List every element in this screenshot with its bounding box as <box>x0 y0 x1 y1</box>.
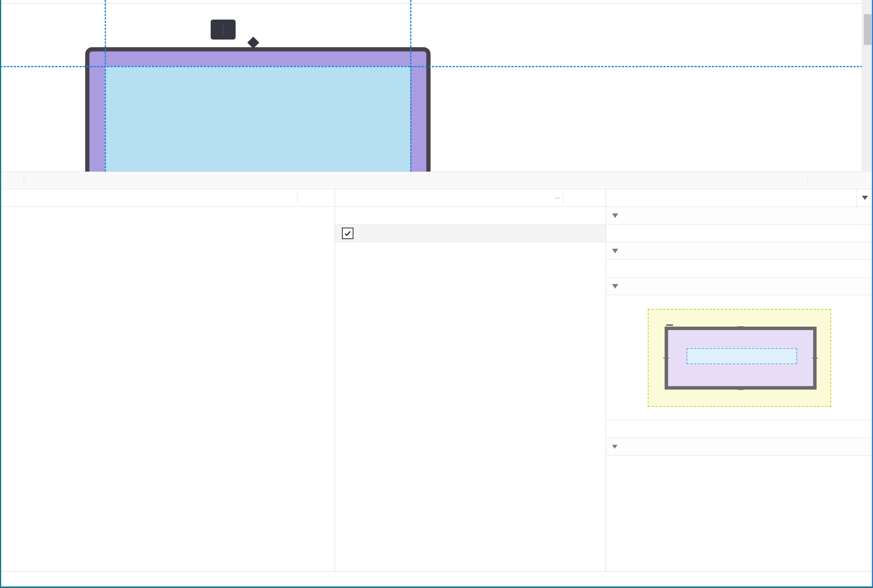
eyedropper-icon[interactable] <box>318 190 335 206</box>
filter-styles-bar[interactable] <box>335 189 606 207</box>
close-devtools-icon[interactable] <box>851 173 868 188</box>
meatball-menu-icon[interactable] <box>831 173 848 188</box>
inspector-guide-horizontal <box>0 66 873 67</box>
window-border-bottom <box>0 586 873 588</box>
sidebar-tabs <box>626 189 856 206</box>
box-model-properties-header[interactable] <box>606 438 873 456</box>
layout-pane <box>606 189 873 571</box>
pick-element-button[interactable] <box>0 172 24 189</box>
box-model-content-box[interactable] <box>687 348 797 364</box>
firefox-devtools-window <box>0 0 873 588</box>
page-viewport <box>0 0 873 172</box>
box1-content-highlight <box>105 66 410 172</box>
twisty-open-icon <box>612 284 618 289</box>
border-bottom-value[interactable] <box>738 389 744 390</box>
all-tabs-menu-button[interactable] <box>856 189 873 206</box>
toggle-classes-button[interactable] <box>554 197 561 199</box>
toolbar-separator <box>807 175 808 186</box>
rules-list <box>335 207 606 242</box>
box-model-section-header[interactable] <box>606 277 873 295</box>
twisty-open-icon <box>612 249 618 253</box>
page-scrollbar[interactable] <box>862 0 873 171</box>
grid-section-header[interactable] <box>606 242 873 260</box>
box-model-properties-list <box>606 456 873 458</box>
search-html-bar[interactable] <box>0 189 335 207</box>
box-model-diagram-wrap <box>606 295 873 420</box>
inspector-guide-vertical-right <box>410 0 411 172</box>
twisty-open-icon <box>612 445 617 449</box>
add-rule-icon[interactable] <box>566 190 583 206</box>
inspector-panes <box>0 189 873 571</box>
inspector-guide-vertical-left <box>105 0 106 172</box>
scroll-down-icon[interactable] <box>863 157 872 166</box>
node-infobar-arrow <box>247 36 259 48</box>
toggle-pseudo-classes-button[interactable] <box>546 197 552 199</box>
border-top-value[interactable] <box>738 326 744 327</box>
scroll-up-icon[interactable] <box>863 3 872 12</box>
border-label <box>666 324 673 326</box>
responsive-design-icon[interactable] <box>811 173 828 188</box>
box-model-margin-layer <box>648 309 831 407</box>
class-toggle-row <box>335 225 606 242</box>
devtools-toolbar <box>0 172 873 189</box>
add-new-class-input[interactable] <box>335 207 606 225</box>
toolbar-separator <box>563 192 563 204</box>
class-checkbox[interactable] <box>342 228 353 239</box>
breadcrumb <box>0 571 873 586</box>
viewport-top-hairline <box>0 3 862 3</box>
toolbar-separator <box>24 174 24 187</box>
print-media-simulation-icon[interactable] <box>585 190 602 206</box>
element-dimensions-row <box>606 420 873 438</box>
toolbar-right-buttons <box>807 172 873 189</box>
window-border-left <box>0 0 1 588</box>
sidebar-toggle-icon[interactable] <box>609 190 626 206</box>
grid-empty-message <box>606 260 873 277</box>
flexbox-section-header[interactable] <box>606 207 873 225</box>
markup-pane <box>0 189 335 571</box>
scrollbar-thumb[interactable] <box>864 14 871 45</box>
rules-pane <box>335 189 606 571</box>
infobar-separator <box>223 24 223 35</box>
border-left-value[interactable] <box>663 358 669 358</box>
add-node-icon[interactable] <box>301 190 318 206</box>
toolbar-separator <box>297 192 298 204</box>
node-infobar-tooltip <box>211 20 236 40</box>
box-model-border-layer <box>665 327 817 390</box>
flexbox-empty-message <box>606 225 873 242</box>
chevron-down-icon <box>862 196 868 200</box>
border-right-value[interactable] <box>812 358 818 358</box>
twisty-open-icon <box>612 213 618 218</box>
sidebar-tab-bar <box>606 189 873 207</box>
html-tree <box>0 207 335 209</box>
